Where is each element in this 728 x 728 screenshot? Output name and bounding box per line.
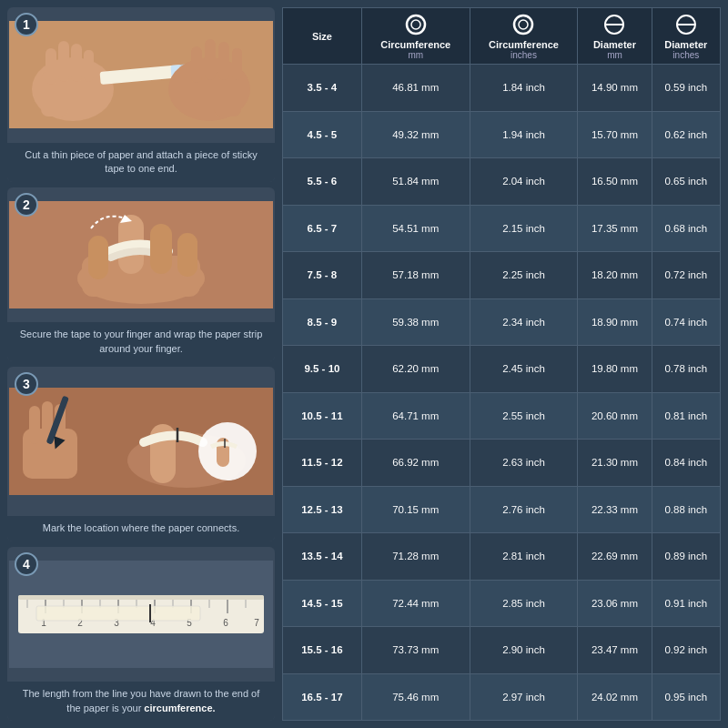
cell-diam_mm-2: 16.50 mm [578, 158, 652, 206]
col-header-circ-mm: Circumference mm [361, 8, 470, 65]
step-3-number: 3 [15, 372, 38, 396]
svg-point-63 [514, 15, 532, 34]
cell-diam_mm-13: 24.02 mm [578, 673, 652, 721]
svg-point-61 [407, 15, 425, 34]
svg-rect-6 [84, 50, 94, 82]
cell-circ_mm-9: 70.15 mm [361, 486, 470, 533]
table-row: 16.5 - 1775.46 mm2.97 inch24.02 mm0.95 i… [283, 673, 721, 721]
svg-rect-20 [177, 233, 197, 277]
col-header-circ-in: Circumference inches [470, 8, 578, 65]
table-body: 3.5 - 446.81 mm1.84 inch14.90 mm0.59 inc… [283, 65, 721, 721]
cell-circ_in-9: 2.76 inch [470, 486, 578, 533]
step-2-image: 2 [7, 187, 275, 323]
circumference-bold: circumference. [144, 703, 215, 713]
cell-circ_mm-2: 51.84 mm [361, 158, 470, 206]
step-1-illustration [9, 21, 273, 128]
step-1-image: 1 [7, 7, 275, 143]
table-row: 3.5 - 446.81 mm1.84 inch14.90 mm0.59 inc… [283, 65, 721, 112]
cell-diam_mm-9: 22.33 mm [578, 486, 652, 533]
cell-size-11: 14.5 - 15 [283, 580, 362, 627]
cell-diam_in-1: 0.62 inch [652, 111, 720, 158]
cell-circ_in-5: 2.34 inch [470, 298, 578, 346]
cell-diam_mm-0: 14.90 mm [578, 65, 652, 112]
cell-circ_mm-6: 62.20 mm [361, 346, 470, 393]
cell-size-1: 4.5 - 5 [283, 111, 362, 158]
svg-rect-11 [191, 46, 202, 83]
step-4-number: 4 [15, 552, 38, 576]
cell-diam_mm-3: 17.35 mm [578, 205, 652, 252]
cell-size-2: 5.5 - 6 [283, 158, 362, 206]
table-row: 15.5 - 1673.73 mm2.90 inch23.47 mm0.92 i… [283, 627, 721, 674]
svg-point-64 [519, 20, 528, 29]
cell-circ_mm-12: 73.73 mm [361, 627, 470, 674]
cell-size-0: 3.5 - 4 [283, 65, 362, 112]
step-3-block: 3 [7, 367, 275, 541]
table-row: 9.5 - 1062.20 mm2.45 inch19.80 mm0.78 in… [283, 346, 721, 393]
cell-diam_mm-7: 20.60 mm [578, 392, 652, 440]
step-3-caption: Mark the location where the paper connec… [7, 516, 275, 541]
svg-rect-13 [218, 42, 229, 80]
cell-circ_mm-1: 49.32 mm [361, 111, 470, 158]
cell-circ_in-8: 2.63 inch [470, 440, 578, 487]
cell-circ_mm-10: 71.28 mm [361, 533, 470, 581]
cell-size-4: 7.5 - 8 [283, 252, 362, 299]
step-3-image: 3 [7, 367, 275, 516]
cell-size-5: 8.5 - 9 [283, 298, 362, 346]
table-row: 11.5 - 1266.92 mm2.63 inch21.30 mm0.84 i… [283, 440, 721, 487]
table-row: 6.5 - 754.51 mm2.15 inch17.35 mm0.68 inc… [283, 205, 721, 252]
cell-diam_mm-4: 18.20 mm [578, 252, 652, 299]
cell-diam_in-2: 0.65 inch [652, 158, 720, 206]
step-1-block: 1 [7, 7, 275, 182]
right-panel: Size Circumference mm [282, 0, 728, 728]
cell-circ_mm-13: 75.46 mm [361, 673, 470, 721]
svg-rect-59 [36, 606, 200, 621]
cell-diam_mm-8: 21.30 mm [578, 440, 652, 487]
cell-diam_in-12: 0.92 inch [652, 627, 720, 674]
cell-circ_in-4: 2.25 inch [470, 252, 578, 299]
step-2-illustration [9, 201, 273, 308]
cell-diam_mm-11: 23.06 mm [578, 580, 652, 627]
step-4-block: 4 [7, 547, 275, 722]
table-row: 4.5 - 549.32 mm1.94 inch15.70 mm0.62 inc… [283, 111, 721, 158]
cell-size-8: 11.5 - 12 [283, 440, 362, 487]
left-panel: 1 [0, 0, 282, 728]
svg-rect-12 [205, 39, 216, 80]
cell-circ_in-12: 2.90 inch [470, 627, 578, 674]
svg-text:6: 6 [223, 618, 228, 628]
cell-circ_in-3: 2.15 inch [470, 205, 578, 252]
cell-size-10: 13.5 - 14 [283, 533, 362, 581]
ring-size-table: Size Circumference mm [282, 7, 721, 721]
table-row: 8.5 - 959.38 mm2.34 inch18.90 mm0.74 inc… [283, 298, 721, 346]
cell-circ_mm-11: 72.44 mm [361, 580, 470, 627]
cell-circ_mm-8: 66.92 mm [361, 440, 470, 487]
table-row: 7.5 - 857.18 mm2.25 inch18.20 mm0.72 inc… [283, 252, 721, 299]
step-4-image: 4 [7, 547, 275, 682]
svg-rect-25 [29, 406, 40, 444]
step-4-illustration: 1 2 3 4 5 6 7 [9, 561, 273, 668]
cell-diam_in-0: 0.59 inch [652, 65, 720, 112]
cell-diam_in-13: 0.95 inch [652, 673, 720, 721]
step-4-caption: The length from the line you have drawn … [7, 682, 275, 721]
cell-circ_in-13: 2.97 inch [470, 673, 578, 721]
cell-circ_in-10: 2.81 inch [470, 533, 578, 581]
step-1-number: 1 [15, 13, 38, 36]
cell-size-9: 12.5 - 13 [283, 486, 362, 533]
cell-circ_mm-7: 64.71 mm [361, 392, 470, 440]
table-row: 5.5 - 651.84 mm2.04 inch16.50 mm0.65 inc… [283, 158, 721, 206]
cell-diam_mm-12: 23.47 mm [578, 627, 652, 674]
cell-circ_mm-5: 59.38 mm [361, 298, 470, 346]
step-2-number: 2 [15, 193, 38, 217]
cell-diam_in-7: 0.81 inch [652, 392, 720, 440]
cell-diam_in-5: 0.74 inch [652, 298, 720, 346]
svg-rect-4 [58, 41, 69, 82]
table-row: 10.5 - 1164.71 mm2.55 inch20.60 mm0.81 i… [283, 392, 721, 440]
cell-size-3: 6.5 - 7 [283, 205, 362, 252]
cell-circ_in-1: 1.94 inch [470, 111, 578, 158]
cell-circ_in-0: 1.84 inch [470, 65, 578, 112]
table-row: 14.5 - 1572.44 mm2.85 inch23.06 mm0.91 i… [283, 580, 721, 627]
svg-text:7: 7 [254, 618, 259, 628]
cell-size-13: 16.5 - 17 [283, 673, 362, 721]
cell-circ_in-7: 2.55 inch [470, 392, 578, 440]
cell-diam_in-8: 0.84 inch [652, 440, 720, 487]
cell-size-6: 9.5 - 10 [283, 346, 362, 393]
